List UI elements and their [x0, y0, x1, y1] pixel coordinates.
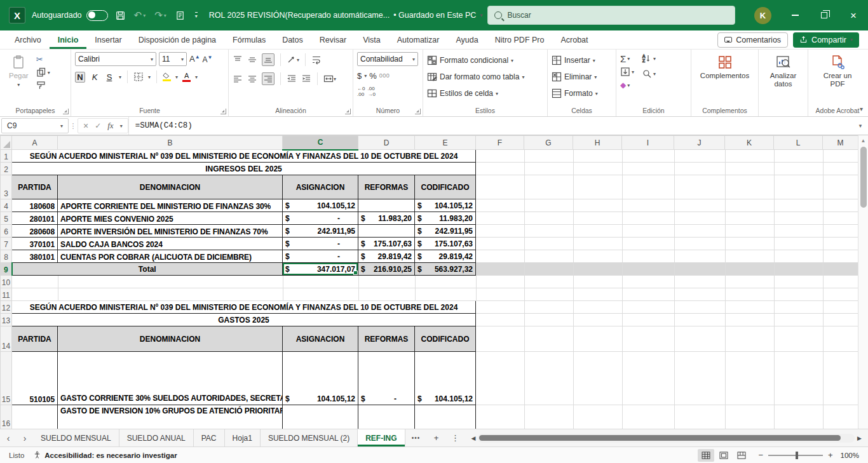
insert-function-button[interactable]: fx — [107, 121, 113, 131]
tab-vista[interactable]: Vista — [355, 30, 389, 49]
column-header-h[interactable]: H — [573, 136, 622, 150]
row-header-11[interactable]: 11 — [1, 288, 12, 301]
cell-b7[interactable]: SALDO CAJA BANCOS 2024 — [58, 238, 283, 250]
view-page-layout-button[interactable] — [715, 449, 732, 462]
autosave-toggle[interactable]: Autoguardado — [32, 10, 108, 21]
align-middle-icon[interactable] — [247, 55, 257, 65]
dialog-launcher-icon[interactable] — [415, 109, 421, 114]
cell-d8[interactable]: $29.819,42 — [358, 250, 415, 263]
create-pdf-button[interactable]: Crear un PDF — [812, 52, 863, 91]
restore-button[interactable] — [810, 0, 839, 30]
formula-bar-handle[interactable]: ⋮ — [69, 117, 78, 135]
column-header-m[interactable]: M — [823, 136, 858, 150]
toggle-off-icon[interactable] — [86, 10, 108, 21]
borders-icon[interactable] — [133, 72, 144, 82]
grid-cells-empty[interactable] — [476, 238, 858, 250]
cell-gastos-title[interactable]: SEGÚN ACUERDO MINISTERIAL Nº 039 DEL MIN… — [12, 301, 476, 314]
sheet-tab-sueldo-anual[interactable]: SUELDO ANUAL — [119, 429, 194, 446]
tab-formulas[interactable]: Fórmulas — [224, 30, 274, 49]
cell-header2-denominacion[interactable]: DENOMINACION — [58, 326, 283, 352]
cell-header2-reformas[interactable]: REFORMAS — [358, 326, 415, 352]
cell-b8[interactable]: CUENTAS POR COBRAR (ALICUOTA DE DICIEMBR… — [58, 250, 283, 263]
align-top-icon[interactable] — [233, 55, 243, 65]
redo-button[interactable]: ↷▾ — [154, 10, 166, 21]
autosum-button[interactable]: Σ▾ — [620, 53, 634, 64]
align-left-icon[interactable] — [233, 74, 243, 84]
row-header-4[interactable]: 4 — [1, 199, 12, 212]
zoom-out-button[interactable]: − — [758, 450, 763, 460]
column-header-j[interactable]: J — [674, 136, 725, 150]
sheet-nav-left[interactable]: ‹ — [0, 429, 17, 446]
row-header-6[interactable]: 6 — [1, 225, 12, 238]
cell-header-partida[interactable]: PARTIDA — [12, 175, 58, 199]
tab-nitro-pdf[interactable]: Nitro PDF Pro — [487, 30, 553, 49]
cell-c9-selected[interactable]: $347.017,07 — [283, 263, 358, 276]
grid-cells-empty[interactable] — [476, 225, 858, 238]
underline-button[interactable]: S — [104, 72, 114, 82]
column-header-i[interactable]: I — [622, 136, 674, 150]
cell-header2-asignacion[interactable]: ASIGNACION — [283, 326, 358, 352]
cell-d4[interactable] — [358, 199, 415, 212]
horizontal-scrollbar[interactable]: ◀ ▶ — [469, 429, 865, 446]
grid-cells-empty[interactable] — [12, 276, 858, 288]
tab-automatizar[interactable]: Automatizar — [389, 30, 448, 49]
grid-cells-empty[interactable] — [476, 405, 858, 429]
avatar[interactable]: K — [754, 7, 771, 24]
cell-a5[interactable]: 280101 — [12, 212, 58, 225]
cell-styles-button[interactable]: Estilos de celda ▾ — [427, 86, 498, 100]
grid-cells-empty[interactable] — [476, 163, 858, 175]
column-header-a[interactable]: A — [12, 136, 58, 150]
confirm-entry-button[interactable]: ✓ — [95, 121, 101, 130]
tab-archivo[interactable]: Archivo — [6, 30, 50, 49]
grid-cells-empty[interactable] — [476, 175, 858, 199]
sheet-tab-pac[interactable]: PAC — [194, 429, 225, 446]
scroll-up-icon[interactable]: ▲ — [858, 135, 868, 145]
print-preview-button[interactable] — [175, 11, 185, 20]
cell-d5[interactable]: $11.983,20 — [358, 212, 415, 225]
cell-c7[interactable]: $- — [283, 238, 358, 250]
grid-cells-empty[interactable] — [476, 301, 858, 314]
share-button[interactable]: Compartir ▾ — [793, 32, 859, 48]
tab-datos[interactable]: Datos — [274, 30, 311, 49]
tab-inicio[interactable]: Inicio — [50, 30, 87, 49]
align-right-button[interactable] — [262, 72, 275, 85]
find-select-button[interactable]: ▾ — [642, 69, 656, 79]
row-header-13[interactable]: 13 — [1, 314, 12, 326]
conditional-formatting-button[interactable]: Formato condicional ▾ — [427, 53, 513, 67]
grid-cells-empty[interactable] — [476, 212, 858, 225]
column-header-c[interactable]: C — [283, 136, 358, 150]
grid-cells-empty[interactable] — [476, 150, 858, 163]
bold-button[interactable]: N — [75, 72, 85, 83]
cell-c5[interactable]: $- — [283, 212, 358, 225]
grid-cells-empty[interactable] — [476, 263, 858, 276]
format-as-table-button[interactable]: Dar formato como tabla ▾ — [427, 70, 524, 84]
column-header-e[interactable]: E — [415, 136, 476, 150]
percent-format-button[interactable]: % — [369, 71, 377, 81]
cell-header2-codificado[interactable]: CODIFICADO — [415, 326, 476, 352]
cell-a16[interactable] — [12, 405, 58, 429]
cell-d15[interactable]: $- — [358, 352, 415, 405]
scroll-left-icon[interactable]: ◀ — [469, 435, 478, 441]
zoom-slider-thumb[interactable] — [796, 452, 798, 459]
cell-b6[interactable]: APORTE INVERSIÓN DEL MINISTERIO DE FINAN… — [58, 225, 283, 238]
grid-cells-empty[interactable] — [476, 199, 858, 212]
increase-decimal-button[interactable]: ←0 .00 — [357, 86, 365, 98]
orientation-button[interactable]: ▾ — [287, 55, 299, 65]
sheet-tab-hoja1[interactable]: Hoja1 — [225, 429, 261, 446]
paste-button[interactable]: Pegar ▾ — [4, 52, 34, 90]
cell-e16[interactable] — [415, 405, 476, 429]
row-header-2[interactable]: 2 — [1, 163, 12, 175]
cell-header2-partida[interactable]: PARTIDA — [12, 326, 58, 352]
collapse-ribbon-icon[interactable]: ▾ — [860, 105, 863, 112]
row-header-9[interactable]: 9 — [1, 263, 12, 276]
cell-c16[interactable] — [283, 405, 358, 429]
row-header-8[interactable]: 8 — [1, 250, 12, 263]
cell-b16[interactable]: GASTO DE INVERSION 10% GRUPOS DE ATENCIÓ… — [58, 405, 283, 429]
copy-button[interactable]: ▾ — [36, 67, 50, 77]
zoom-in-button[interactable]: + — [828, 450, 833, 460]
grid-cells-empty[interactable] — [476, 326, 858, 352]
grid-cells-empty[interactable] — [476, 352, 858, 405]
cut-button[interactable]: ✂ — [36, 54, 50, 64]
search-input[interactable]: Buscar — [487, 6, 735, 25]
align-bottom-button[interactable] — [262, 53, 275, 66]
